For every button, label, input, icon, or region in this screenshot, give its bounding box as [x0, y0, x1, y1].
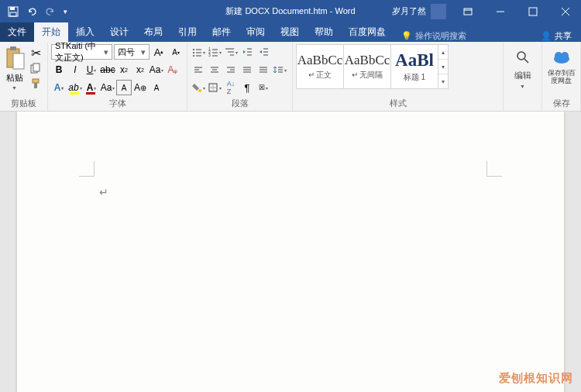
- numbering-button[interactable]: 123▾: [207, 44, 222, 60]
- tab-file[interactable]: 文件: [0, 22, 34, 42]
- save-icon[interactable]: [5, 3, 22, 20]
- svg-rect-15: [34, 83, 37, 88]
- group-editing: 编辑 ▼: [504, 42, 542, 111]
- lightbulb-icon: 💡: [401, 31, 412, 41]
- tab-design[interactable]: 设计: [102, 22, 136, 42]
- tab-mailings[interactable]: 邮件: [205, 22, 239, 42]
- shrink-font-icon[interactable]: A▾: [168, 44, 184, 60]
- group-label: 样式: [296, 96, 500, 111]
- underline-button[interactable]: U▾: [84, 62, 99, 77]
- paste-button[interactable]: 粘贴 ▼: [3, 44, 26, 91]
- ribbon-display-icon[interactable]: [452, 0, 483, 22]
- tab-home[interactable]: 开始: [34, 22, 68, 42]
- multilevel-list-button[interactable]: ▾: [223, 44, 239, 60]
- cut-icon[interactable]: ✂: [29, 46, 43, 60]
- svg-rect-10: [10, 46, 16, 50]
- style-heading1[interactable]: AaBl 标题 1: [390, 44, 438, 89]
- grow-font-icon[interactable]: A▴: [151, 44, 167, 60]
- page[interactable]: ↵: [17, 112, 564, 392]
- shading-button[interactable]: ▾: [191, 80, 206, 95]
- font-name-combo[interactable]: STKaiti (中文正文)▾: [51, 44, 112, 60]
- tab-references[interactable]: 引用: [170, 22, 205, 42]
- tab-insert[interactable]: 插入: [68, 22, 102, 42]
- align-left-icon[interactable]: [191, 62, 206, 77]
- highlight-button[interactable]: ab▾: [67, 80, 83, 95]
- window-title: 新建 DOCX Document.htm - Word: [225, 5, 355, 17]
- style-normal[interactable]: AaBbCc ↵ 正文: [296, 44, 344, 89]
- change-case-button[interactable]: Aa▾: [149, 62, 164, 77]
- sort-icon[interactable]: A↓Z: [223, 80, 239, 95]
- subscript-button[interactable]: x2: [116, 62, 132, 77]
- svg-point-55: [198, 89, 201, 92]
- align-center-icon[interactable]: [207, 62, 222, 77]
- paragraph-mark-icon: ↵: [99, 186, 108, 198]
- phonetic-guide-button[interactable]: Aa▾: [100, 80, 115, 95]
- italic-button[interactable]: I: [67, 62, 83, 77]
- group-save: 保存到百度网盘 保存: [542, 42, 581, 111]
- save-baidu-button[interactable]: 保存到百度网盘: [545, 44, 577, 85]
- increase-indent-icon[interactable]: [256, 44, 271, 60]
- asian-layout-button[interactable]: ☒▾: [256, 80, 271, 95]
- user-account[interactable]: 岁月了然: [392, 4, 451, 19]
- distributed-icon[interactable]: [256, 62, 271, 77]
- tab-help[interactable]: 帮助: [307, 22, 341, 42]
- clear-formatting-icon[interactable]: Aᵩ: [165, 62, 180, 77]
- tellme-search[interactable]: 💡 操作说明搜索: [394, 30, 474, 42]
- borders-button[interactable]: ▾: [207, 80, 222, 95]
- minimize-icon[interactable]: [485, 0, 516, 22]
- svg-point-20: [193, 55, 194, 57]
- svg-rect-14: [33, 79, 39, 83]
- svg-point-59: [517, 52, 525, 60]
- copy-icon[interactable]: [29, 61, 43, 75]
- align-right-icon[interactable]: [223, 62, 239, 77]
- share-button[interactable]: 👤 共享: [531, 30, 581, 42]
- find-button[interactable]: 编辑 ▼: [513, 44, 533, 89]
- group-font: STKaiti (中文正文)▾ 四号▾ A▴ A▾ B I U▾ abc x2 …: [48, 42, 187, 111]
- font-color-button[interactable]: A▾: [84, 80, 99, 95]
- svg-text:3: 3: [208, 53, 211, 57]
- group-label: 字体: [51, 96, 184, 111]
- svg-rect-11: [13, 53, 24, 69]
- character-shading-icon[interactable]: A: [149, 80, 164, 95]
- svg-rect-3: [464, 9, 472, 15]
- margin-marker-icon: [79, 161, 95, 177]
- text-effects-button[interactable]: A▾: [51, 80, 67, 95]
- group-paragraph: ▾ 123▾ ▾ ▾ ▾ ▾ A↓Z ¶ ☒▾ 段落: [187, 42, 293, 111]
- document-area[interactable]: ↵: [0, 112, 581, 392]
- titlebar: ▾ 新建 DOCX Document.htm - Word 岁月了然: [0, 0, 581, 22]
- style-no-spacing[interactable]: AaBbCc ↵ 无间隔: [343, 44, 391, 89]
- strikethrough-button[interactable]: abc: [100, 62, 115, 77]
- undo-icon[interactable]: [23, 3, 40, 20]
- enclose-characters-button[interactable]: A⊕: [132, 80, 148, 95]
- tab-review[interactable]: 审阅: [239, 22, 273, 42]
- bold-button[interactable]: B: [51, 62, 67, 77]
- paste-icon: [4, 46, 26, 70]
- font-size-combo[interactable]: 四号▾: [114, 44, 150, 60]
- maximize-icon[interactable]: [517, 0, 548, 22]
- svg-line-60: [524, 59, 528, 63]
- show-marks-icon[interactable]: ¶: [239, 80, 255, 95]
- qat-customize-icon[interactable]: ▾: [60, 3, 70, 20]
- justify-icon[interactable]: [239, 62, 255, 77]
- tab-layout[interactable]: 布局: [136, 22, 170, 42]
- redo-icon[interactable]: [42, 3, 59, 20]
- superscript-button[interactable]: x2: [132, 62, 148, 77]
- svg-rect-2: [10, 12, 16, 16]
- group-clipboard: 粘贴 ▼ ✂ 剪贴板: [0, 42, 48, 111]
- tab-view[interactable]: 视图: [273, 22, 307, 42]
- svg-point-18: [193, 52, 194, 53]
- quick-access-toolbar: ▾: [0, 3, 70, 20]
- svg-point-63: [561, 52, 569, 60]
- line-spacing-button[interactable]: ▾: [272, 62, 287, 77]
- bullets-button[interactable]: ▾: [191, 44, 206, 60]
- decrease-indent-icon[interactable]: [239, 44, 255, 60]
- tab-baidu[interactable]: 百度网盘: [341, 22, 394, 42]
- format-painter-icon[interactable]: [29, 77, 43, 91]
- styles-gallery-more[interactable]: ▴▾▾: [438, 44, 449, 89]
- search-icon: [513, 47, 533, 67]
- close-icon[interactable]: [550, 0, 581, 22]
- baidu-cloud-icon: [552, 47, 572, 67]
- svg-rect-6: [529, 8, 537, 15]
- character-border-icon[interactable]: A: [116, 80, 132, 95]
- svg-point-16: [193, 49, 194, 50]
